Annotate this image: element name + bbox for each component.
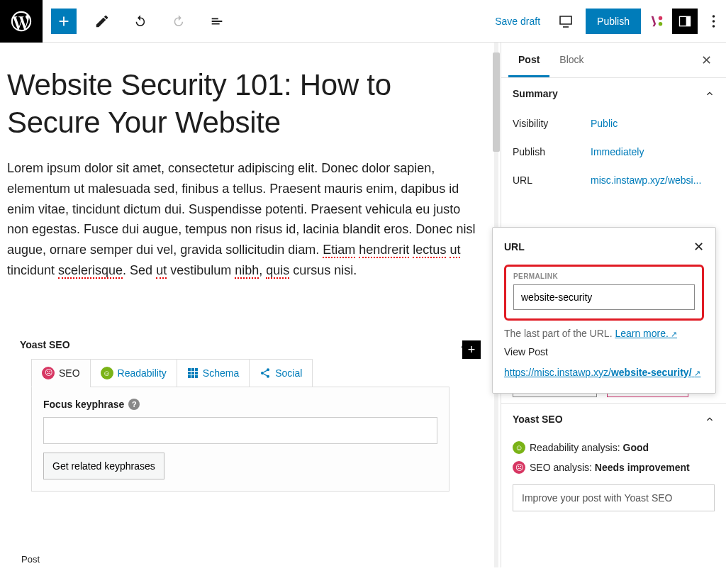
- help-icon[interactable]: ?: [128, 399, 140, 410]
- editor-canvas[interactable]: Website Security 101: How to Secure Your…: [0, 43, 501, 567]
- summary-section-header[interactable]: Summary: [501, 77, 726, 109]
- sidebar-toggle-button[interactable]: [672, 9, 698, 34]
- schema-grid-icon: [187, 367, 199, 379]
- spell-error: Etiam: [323, 243, 355, 258]
- frown-icon: ☹: [513, 461, 525, 474]
- svg-point-0: [659, 16, 663, 20]
- visibility-row: Visibility Public: [501, 109, 726, 138]
- redo-button[interactable]: [166, 9, 191, 34]
- smile-icon: ☺: [513, 441, 525, 454]
- svg-rect-11: [191, 372, 194, 375]
- pencil-icon: [94, 13, 110, 29]
- svg-rect-13: [188, 375, 191, 378]
- frown-icon: ☹: [42, 367, 55, 379]
- svg-point-16: [267, 368, 269, 371]
- focus-keyphrase-label: Focus keyphrase ?: [43, 399, 437, 410]
- top-toolbar: Save draft Publish: [0, 0, 726, 43]
- permalink-input[interactable]: [513, 284, 695, 310]
- permalink-url-link[interactable]: https://misc.instawp.xyz/website-securit…: [504, 365, 704, 382]
- popover-title: URL: [504, 241, 525, 253]
- yoast-panel-header[interactable]: Yoast SEO ▲: [7, 331, 481, 359]
- post-paragraph[interactable]: Lorem ipsum dolor sit amet, consectetur …: [7, 158, 481, 281]
- wordpress-icon: [9, 9, 33, 33]
- visibility-value[interactable]: Public: [591, 118, 618, 129]
- footer-post-label: Post: [21, 554, 40, 565]
- svg-rect-14: [191, 375, 194, 378]
- permalink-label: PERMALINK: [513, 272, 695, 280]
- svg-rect-8: [191, 368, 194, 371]
- url-row: URL misc.instawp.xyz/websi...: [501, 166, 726, 194]
- spell-error: lectus: [413, 243, 446, 258]
- url-value[interactable]: misc.instawp.xyz/websi...: [591, 174, 701, 186]
- learn-more-link[interactable]: Learn more. ↗: [615, 328, 677, 339]
- external-icon: ↗: [669, 330, 677, 338]
- chevron-up-icon: [705, 414, 715, 424]
- svg-point-18: [267, 375, 269, 377]
- sidebar-icon: [678, 14, 692, 28]
- permalink-helper: The last part of the URL. Learn more. ↗: [504, 328, 704, 339]
- spell-error: ut: [156, 263, 167, 279]
- undo-button[interactable]: [128, 9, 153, 34]
- yoast-indicator[interactable]: [648, 13, 665, 30]
- undo-icon: [133, 13, 148, 29]
- permalink-field-highlight: PERMALINK: [504, 265, 704, 321]
- close-sidebar-button[interactable]: ✕: [694, 48, 719, 72]
- svg-point-4: [712, 15, 715, 18]
- spell-error: nibh: [235, 263, 259, 279]
- readability-row: ☺ Readability analysis: Good: [513, 438, 715, 457]
- svg-rect-15: [195, 375, 198, 378]
- yoast-panel-title: Yoast SEO: [20, 339, 70, 350]
- yoast-tab-social[interactable]: Social: [249, 359, 313, 387]
- svg-rect-7: [188, 368, 191, 371]
- sidebar-tab-post[interactable]: Post: [508, 43, 549, 77]
- preview-button[interactable]: [553, 9, 579, 34]
- yoast-tab-readability[interactable]: ☺ Readability: [90, 359, 177, 387]
- redo-icon: [171, 13, 186, 29]
- plus-icon: [56, 13, 72, 29]
- sidebar-tab-block[interactable]: Block: [549, 43, 593, 77]
- wordpress-logo[interactable]: [0, 0, 43, 43]
- close-popover-button[interactable]: ✕: [693, 239, 704, 255]
- url-popover: URL ✕ PERMALINK The last part of the URL…: [492, 227, 716, 394]
- share-icon: [259, 367, 271, 379]
- outline-icon: [209, 13, 225, 29]
- view-post-label: View Post: [504, 346, 704, 357]
- yoast-tab-seo[interactable]: ☹ SEO: [31, 359, 91, 387]
- publish-value[interactable]: Immediately: [591, 146, 644, 157]
- improve-post-button[interactable]: Improve your post with Yoast SEO: [513, 484, 715, 511]
- smile-icon: ☺: [101, 367, 113, 379]
- svg-point-5: [712, 20, 715, 23]
- scrollbar-thumb[interactable]: [493, 52, 500, 152]
- svg-rect-12: [195, 372, 198, 375]
- chevron-up-icon: [705, 89, 715, 99]
- edit-tool-button[interactable]: [89, 9, 115, 34]
- external-icon: ↗: [694, 369, 700, 377]
- svg-rect-3: [686, 16, 691, 26]
- related-keyphrases-button[interactable]: Get related keyphrases: [43, 453, 164, 479]
- post-title[interactable]: Website Security 101: How to Secure Your…: [7, 67, 481, 141]
- seo-row: ☹ SEO analysis: Needs improvement: [513, 457, 715, 477]
- insert-block-button[interactable]: [51, 9, 77, 34]
- yoast-tab-schema[interactable]: Schema: [177, 359, 250, 387]
- desktop-icon: [557, 13, 574, 30]
- svg-rect-10: [188, 372, 191, 375]
- dots-vertical-icon: [712, 15, 715, 28]
- publish-button[interactable]: Publish: [586, 9, 641, 34]
- svg-point-1: [659, 21, 663, 25]
- svg-rect-9: [195, 368, 198, 371]
- spell-error: ut: [449, 243, 460, 258]
- options-menu-button[interactable]: [705, 15, 722, 28]
- save-draft-button[interactable]: Save draft: [489, 11, 546, 31]
- publish-row: Publish Immediately: [501, 138, 726, 166]
- yoast-icon: [649, 13, 664, 29]
- focus-keyphrase-input[interactable]: [43, 417, 437, 444]
- spell-error: scelerisque: [58, 263, 123, 279]
- document-outline-button[interactable]: [204, 9, 230, 34]
- yoast-sidebar-header[interactable]: Yoast SEO: [501, 403, 726, 435]
- spell-error: quis: [266, 263, 289, 279]
- add-block-button[interactable]: +: [462, 340, 481, 359]
- svg-point-6: [712, 25, 715, 28]
- spell-error: hendrerit: [359, 243, 409, 258]
- svg-point-17: [261, 372, 264, 375]
